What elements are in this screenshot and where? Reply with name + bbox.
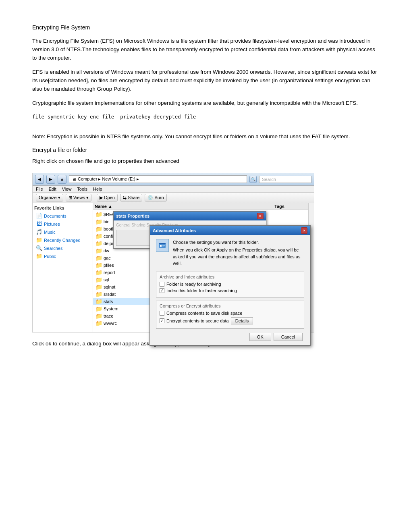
encrypt-checkbox[interactable] bbox=[160, 318, 164, 323]
folder-icon: 📁 bbox=[95, 291, 102, 297]
note-text: Note: Encryption is possible in NTFS fil… bbox=[32, 133, 379, 141]
archive-section: Archive and Index attributes Folder is r… bbox=[156, 272, 304, 297]
forward-button[interactable]: ▶ bbox=[46, 175, 55, 184]
explorer-main: Favorite Links 📄 Documents 🖼 Pictures 🎵 … bbox=[33, 203, 314, 332]
folder-icon: 📁 bbox=[95, 233, 102, 239]
column-name: Name ▲ bbox=[95, 204, 271, 209]
menu-help[interactable]: Help bbox=[93, 187, 102, 191]
music-icon: 🎵 bbox=[36, 229, 42, 235]
folder-icon: 📁 bbox=[95, 276, 102, 283]
archive-checkbox[interactable] bbox=[160, 282, 164, 287]
index-label: Index this folder for faster searching bbox=[166, 288, 237, 293]
sidebar-item-pictures[interactable]: 🖼 Pictures bbox=[34, 220, 91, 228]
folder-icon: 📁 bbox=[95, 247, 102, 254]
explorer-menubar: File Edit View Tools Help bbox=[33, 186, 314, 193]
sidebar-item-public[interactable]: 📁 Public bbox=[34, 252, 91, 260]
organize-button[interactable]: Organize ▾ bbox=[36, 194, 63, 202]
advanced-dialog-close-button[interactable]: × bbox=[301, 227, 307, 234]
address-text: Computer ▸ New Volume (E:) ▸ bbox=[78, 177, 139, 182]
folder-icon: 📁 bbox=[95, 320, 102, 326]
explorer-sidebar: Favorite Links 📄 Documents 🖼 Pictures 🎵 … bbox=[33, 203, 93, 332]
documents-icon: 📄 bbox=[36, 213, 42, 219]
folder-icon: 📁 bbox=[95, 269, 102, 276]
favorite-links-title: Favorite Links bbox=[34, 206, 91, 210]
mono-line: file-symentric key-enc file -privatekey-… bbox=[32, 113, 379, 121]
share-button[interactable]: ⇆ Share bbox=[120, 194, 142, 202]
paragraph-3: Cryptographic file system implementation… bbox=[32, 99, 379, 108]
sidebar-item-documents[interactable]: 📄 Documents bbox=[34, 212, 91, 220]
folder-icon: 📁 bbox=[95, 313, 102, 319]
advanced-dialog-icon bbox=[156, 239, 169, 252]
file-list-header: Name ▲ Tags bbox=[93, 203, 308, 210]
menu-file[interactable]: File bbox=[36, 187, 43, 191]
explorer-toolbar: Organize ▾ ⊞ Views ▾ ▶ Open ⇆ Share 💿 Bu… bbox=[33, 193, 314, 203]
section-2-heading: Encrypt a file or folder bbox=[32, 147, 379, 153]
ok-cancel-group: OK Cancel bbox=[249, 333, 303, 341]
search-placeholder: Search bbox=[262, 177, 276, 182]
stats-dialog-titlebar: stats Properties × bbox=[114, 212, 266, 220]
svg-rect-5 bbox=[162, 247, 164, 247]
search-icon: 🔍 bbox=[249, 176, 257, 183]
column-tags: Tags bbox=[274, 204, 307, 209]
recently-changed-icon: 📁 bbox=[36, 237, 42, 243]
instruction-text: Right click on chosen file and go to pro… bbox=[32, 157, 379, 166]
svg-rect-3 bbox=[162, 245, 165, 245]
paragraph-1: The Encrypting File System (EFS) on Micr… bbox=[32, 37, 379, 62]
details-button[interactable]: Details bbox=[231, 317, 253, 324]
advanced-attributes-dialog: Advanced Attributes × bbox=[149, 225, 311, 346]
searches-icon: 🔍 bbox=[36, 245, 42, 251]
advanced-dialog-content: Choose the settings you want for this fo… bbox=[150, 235, 310, 345]
sidebar-item-recently-changed[interactable]: 📁 Recently Changed bbox=[34, 236, 91, 244]
archive-checkbox-row[interactable]: Folder is ready for archiving bbox=[160, 282, 301, 287]
sidebar-item-music[interactable]: 🎵 Music bbox=[34, 228, 91, 236]
menu-edit[interactable]: Edit bbox=[49, 187, 56, 191]
advanced-header-row: Choose the settings you want for this fo… bbox=[156, 239, 304, 267]
archive-label: Folder is ready for archiving bbox=[166, 282, 221, 287]
article-title: Encrypting File System bbox=[32, 24, 379, 31]
open-button[interactable]: ▶ Open bbox=[97, 194, 118, 202]
views-button[interactable]: ⊞ Views ▾ bbox=[66, 194, 91, 202]
stats-dialog-title: stats Properties bbox=[116, 214, 149, 218]
folder-icon: 📁 bbox=[95, 218, 102, 225]
folder-icon: 📁 bbox=[95, 284, 102, 290]
encrypt-checkbox-row[interactable]: Encrypt contents to secure data Details bbox=[160, 317, 301, 324]
folder-icon: 📁 bbox=[95, 262, 102, 268]
folder-icon: 📁 bbox=[95, 226, 102, 232]
stats-dialog-close-button[interactable]: × bbox=[257, 213, 264, 219]
folder-icon: 📁 bbox=[95, 240, 102, 247]
back-button[interactable]: ◀ bbox=[35, 175, 44, 184]
menu-tools[interactable]: Tools bbox=[77, 187, 87, 191]
compress-checkbox-row[interactable]: Compress contents to save disk space bbox=[160, 311, 301, 316]
address-bar[interactable]: 🖥 Computer ▸ New Volume (E:) ▸ bbox=[69, 175, 247, 183]
menu-view[interactable]: View bbox=[62, 187, 72, 191]
ok-button[interactable]: OK bbox=[249, 333, 271, 341]
explorer-screenshot: ◀ ▶ ▲ 🖥 Computer ▸ New Volume (E:) ▸ 🔍 S… bbox=[32, 173, 314, 332]
cancel-button[interactable]: Cancel bbox=[274, 333, 303, 341]
search-input[interactable]: Search bbox=[259, 176, 311, 183]
compress-section: Compress or Encrypt attributes Compress … bbox=[156, 301, 304, 329]
public-icon: 📁 bbox=[36, 253, 42, 260]
paragraph-2: EFS is enabled in all versions of Window… bbox=[32, 68, 379, 94]
folder-icon: 📁 bbox=[95, 298, 102, 305]
folder-icon: 📁 bbox=[95, 255, 102, 261]
compress-section-title: Compress or Encrypt attributes bbox=[160, 303, 301, 308]
folder-icon: 📁 bbox=[95, 211, 102, 218]
pictures-icon: 🖼 bbox=[36, 221, 42, 227]
advanced-dialog-title: Advanced Attributes bbox=[153, 228, 196, 233]
advanced-dialog-description: Choose the settings you want for this fo… bbox=[173, 239, 304, 267]
burn-button[interactable]: 💿 Burn bbox=[145, 194, 166, 202]
advanced-dialog-titlebar: Advanced Attributes × bbox=[150, 226, 310, 235]
index-checkbox-row[interactable]: Index this folder for faster searching bbox=[160, 288, 301, 293]
compress-label: Compress contents to save disk space bbox=[166, 311, 242, 316]
compress-checkbox[interactable] bbox=[160, 311, 164, 316]
sidebar-item-searches[interactable]: 🔍 Searches bbox=[34, 244, 91, 252]
svg-rect-2 bbox=[160, 245, 162, 247]
svg-rect-4 bbox=[162, 246, 165, 246]
encrypt-label: Encrypt contents to secure data bbox=[166, 318, 229, 323]
explorer-titlebar: ◀ ▶ ▲ 🖥 Computer ▸ New Volume (E:) ▸ 🔍 S… bbox=[33, 173, 314, 186]
advanced-dialog-buttons: OK Cancel bbox=[156, 333, 304, 341]
index-checkbox[interactable] bbox=[160, 288, 164, 293]
up-button[interactable]: ▲ bbox=[58, 175, 66, 184]
folder-icon: 📁 bbox=[95, 305, 102, 312]
svg-rect-1 bbox=[159, 243, 166, 244]
